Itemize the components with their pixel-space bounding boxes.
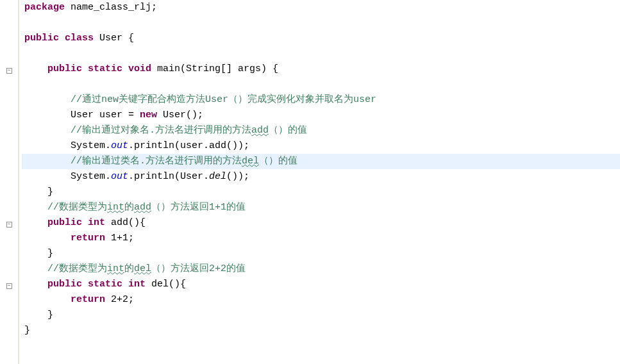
gutter-mark xyxy=(0,201,18,217)
indent xyxy=(24,248,47,259)
code-token: //输出通过对象名.方法名进行调用的方法 xyxy=(71,125,251,136)
fold-minus-icon[interactable]: − xyxy=(6,222,12,228)
gutter-mark xyxy=(0,324,18,340)
code-line[interactable]: //输出通过类名.方法名进行调用的方法del（）的值 xyxy=(22,154,620,169)
code-token: （）的值 xyxy=(269,125,307,136)
code-token: int xyxy=(128,279,146,290)
code-token: User user = xyxy=(71,110,140,120)
code-token: System. xyxy=(71,140,111,151)
code-line[interactable] xyxy=(22,15,620,31)
code-token: out xyxy=(111,171,128,182)
indent xyxy=(24,94,71,105)
code-token: return xyxy=(71,233,105,244)
code-token: 的 xyxy=(124,263,134,274)
code-line[interactable]: public static void main(String[] args) { xyxy=(22,62,620,77)
code-line[interactable]: } xyxy=(22,185,620,200)
code-token: .println(user.add()); xyxy=(128,140,249,151)
code-token xyxy=(122,279,128,290)
code-line[interactable]: System.out.println(user.add()); xyxy=(22,138,620,154)
code-line[interactable]: //输出通过对象名.方法名进行调用的方法add（）的值 xyxy=(22,123,620,138)
gutter-mark: − xyxy=(0,278,18,294)
code-token: int xyxy=(107,263,124,274)
code-token: public xyxy=(24,33,59,44)
code-line[interactable]: public class User { xyxy=(22,31,620,46)
gutter-mark xyxy=(0,94,18,109)
code-line[interactable]: User user = new User(); xyxy=(22,108,620,123)
code-token: 2+2; xyxy=(105,294,134,305)
code-token: （）方法返回2+2的值 xyxy=(151,263,246,274)
code-token: （）方法返回1+1的值 xyxy=(151,202,246,213)
code-line[interactable]: package name_class_rlj; xyxy=(22,0,620,15)
gutter-mark xyxy=(0,294,18,309)
gutter-mark xyxy=(0,155,18,170)
indent xyxy=(24,217,47,228)
code-line[interactable]: } xyxy=(22,246,620,261)
gutter-mark xyxy=(0,124,18,140)
code-token xyxy=(82,279,88,290)
gutter-mark xyxy=(0,17,18,32)
indent xyxy=(24,110,71,120)
indent xyxy=(24,310,47,320)
code-token: add xyxy=(251,125,269,136)
code-token: } xyxy=(47,310,53,320)
code-line[interactable]: System.out.println(User.del()); xyxy=(22,169,620,185)
code-line[interactable]: return 1+1; xyxy=(22,231,620,246)
code-editor: −−− package name_class_rlj;public class … xyxy=(0,0,620,364)
code-token: out xyxy=(111,140,128,151)
code-line[interactable]: public int add(){ xyxy=(22,215,620,231)
code-token xyxy=(82,63,88,74)
code-token: .println(User. xyxy=(128,171,209,182)
gutter-mark xyxy=(0,140,18,155)
code-token: } xyxy=(47,248,53,259)
indent xyxy=(24,279,47,290)
code-token: int xyxy=(107,202,124,213)
code-token: del xyxy=(134,263,151,274)
code-token: package xyxy=(24,2,65,13)
code-line[interactable]: //数据类型为int的add（）方法返回1+1的值 xyxy=(22,200,620,215)
gutter-mark xyxy=(0,186,18,201)
indent xyxy=(24,125,71,136)
gutter-mark xyxy=(0,309,18,324)
code-line[interactable]: //通过new关键字配合构造方法User（）完成实例化对象并取名为user xyxy=(22,92,620,108)
code-token: （）的值 xyxy=(259,156,297,167)
code-token: User(); xyxy=(157,110,203,120)
code-line[interactable] xyxy=(22,77,620,92)
indent xyxy=(24,186,47,197)
fold-minus-icon[interactable]: − xyxy=(6,283,12,289)
code-line[interactable] xyxy=(22,46,620,62)
code-token: add(){ xyxy=(105,217,146,228)
gutter-mark xyxy=(0,109,18,124)
code-token: public xyxy=(47,279,82,290)
fold-minus-icon[interactable]: − xyxy=(6,68,12,74)
code-token: 的 xyxy=(124,202,134,213)
gutter-mark xyxy=(0,47,18,63)
code-token: //数据类型为 xyxy=(47,263,107,274)
code-token: static xyxy=(88,63,122,74)
code-token: ()); xyxy=(226,171,249,182)
gutter-mark xyxy=(0,32,18,47)
code-token: } xyxy=(47,186,53,197)
gutter-mark xyxy=(0,170,18,186)
code-token: del xyxy=(209,171,226,182)
code-line[interactable]: public static int del(){ xyxy=(22,277,620,292)
code-line[interactable]: } xyxy=(22,308,620,323)
code-token: 1+1; xyxy=(105,233,134,244)
gutter-mark: − xyxy=(0,63,18,78)
code-token: public xyxy=(47,63,82,74)
gutter-mark: − xyxy=(0,217,18,232)
indent xyxy=(24,233,71,244)
indent xyxy=(24,140,71,151)
code-line[interactable]: } xyxy=(22,323,620,338)
indent xyxy=(24,294,71,305)
code-area[interactable]: package name_class_rlj;public class User… xyxy=(18,0,620,364)
code-token: add xyxy=(134,202,151,213)
code-token: int xyxy=(88,217,105,228)
indent xyxy=(24,63,47,74)
code-line[interactable]: return 2+2; xyxy=(22,292,620,308)
indent xyxy=(24,202,47,213)
code-token xyxy=(82,217,88,228)
code-line[interactable]: //数据类型为int的del（）方法返回2+2的值 xyxy=(22,261,620,277)
code-token: //数据类型为 xyxy=(47,202,107,213)
code-token: public xyxy=(47,217,82,228)
indent xyxy=(24,263,47,274)
